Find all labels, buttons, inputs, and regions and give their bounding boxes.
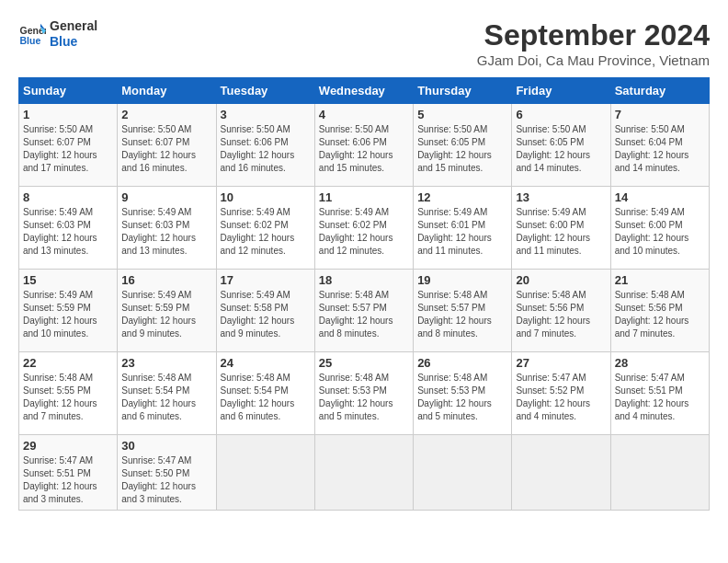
calendar-cell xyxy=(216,435,314,511)
day-info: Sunrise: 5:49 AM Sunset: 6:00 PM Dayligh… xyxy=(615,206,705,258)
day-number: 27 xyxy=(516,356,606,370)
day-number: 18 xyxy=(319,273,409,287)
calendar-cell: 16 Sunrise: 5:49 AM Sunset: 5:59 PM Dayl… xyxy=(118,270,216,352)
day-of-week-header: Thursday xyxy=(414,78,512,104)
calendar-cell: 27 Sunrise: 5:47 AM Sunset: 5:52 PM Dayl… xyxy=(512,352,610,435)
calendar-cell xyxy=(610,435,709,511)
logo-icon: General Blue xyxy=(18,20,46,48)
day-number: 15 xyxy=(23,273,113,287)
day-info: Sunrise: 5:50 AM Sunset: 6:04 PM Dayligh… xyxy=(615,123,705,175)
calendar-cell: 25 Sunrise: 5:48 AM Sunset: 5:53 PM Dayl… xyxy=(314,352,413,435)
calendar-cell: 17 Sunrise: 5:49 AM Sunset: 5:58 PM Dayl… xyxy=(216,270,314,352)
calendar-cell: 26 Sunrise: 5:48 AM Sunset: 5:53 PM Dayl… xyxy=(414,352,512,435)
day-number: 21 xyxy=(615,273,705,287)
calendar-cell: 14 Sunrise: 5:49 AM Sunset: 6:00 PM Dayl… xyxy=(610,187,709,270)
day-number: 19 xyxy=(417,273,507,287)
day-info: Sunrise: 5:47 AM Sunset: 5:51 PM Dayligh… xyxy=(23,454,113,506)
day-info: Sunrise: 5:47 AM Sunset: 5:51 PM Dayligh… xyxy=(615,372,705,423)
calendar-header-row: SundayMondayTuesdayWednesdayThursdayFrid… xyxy=(19,78,710,104)
day-number: 25 xyxy=(319,356,409,370)
calendar-cell: 9 Sunrise: 5:49 AM Sunset: 6:03 PM Dayli… xyxy=(118,187,216,270)
calendar-cell: 8 Sunrise: 5:49 AM Sunset: 6:03 PM Dayli… xyxy=(19,187,118,270)
day-number: 7 xyxy=(615,108,705,121)
day-number: 26 xyxy=(417,356,507,370)
day-number: 13 xyxy=(516,190,606,204)
title-block: September 2024 GJam Doi, Ca Mau Province… xyxy=(477,18,710,68)
day-number: 24 xyxy=(221,356,311,370)
svg-text:Blue: Blue xyxy=(20,34,41,45)
day-info: Sunrise: 5:50 AM Sunset: 6:06 PM Dayligh… xyxy=(319,123,409,175)
day-number: 17 xyxy=(221,273,311,287)
calendar-cell: 21 Sunrise: 5:48 AM Sunset: 5:56 PM Dayl… xyxy=(610,270,709,352)
day-info: Sunrise: 5:48 AM Sunset: 5:55 PM Dayligh… xyxy=(23,372,113,423)
day-number: 23 xyxy=(121,356,211,370)
day-of-week-header: Wednesday xyxy=(314,78,413,104)
day-number: 6 xyxy=(516,108,606,121)
calendar-cell: 5 Sunrise: 5:50 AM Sunset: 6:05 PM Dayli… xyxy=(414,104,512,187)
day-info: Sunrise: 5:48 AM Sunset: 5:54 PM Dayligh… xyxy=(221,372,311,423)
day-info: Sunrise: 5:49 AM Sunset: 5:59 PM Dayligh… xyxy=(23,289,113,340)
calendar-cell: 28 Sunrise: 5:47 AM Sunset: 5:51 PM Dayl… xyxy=(610,352,709,435)
day-number: 14 xyxy=(615,190,705,204)
calendar-cell: 4 Sunrise: 5:50 AM Sunset: 6:06 PM Dayli… xyxy=(314,104,413,187)
calendar-cell: 1 Sunrise: 5:50 AM Sunset: 6:07 PM Dayli… xyxy=(19,104,118,187)
day-number: 5 xyxy=(417,108,507,121)
calendar-cell: 23 Sunrise: 5:48 AM Sunset: 5:54 PM Dayl… xyxy=(118,352,216,435)
day-of-week-header: Saturday xyxy=(610,78,709,104)
day-info: Sunrise: 5:49 AM Sunset: 6:02 PM Dayligh… xyxy=(319,206,409,258)
day-info: Sunrise: 5:50 AM Sunset: 6:05 PM Dayligh… xyxy=(417,123,507,175)
day-info: Sunrise: 5:48 AM Sunset: 5:56 PM Dayligh… xyxy=(615,289,705,340)
day-info: Sunrise: 5:49 AM Sunset: 6:00 PM Dayligh… xyxy=(516,206,606,258)
day-number: 22 xyxy=(23,356,113,370)
day-number: 29 xyxy=(23,439,113,453)
day-number: 30 xyxy=(121,439,211,453)
day-number: 28 xyxy=(615,356,705,370)
day-of-week-header: Monday xyxy=(118,78,216,104)
calendar-cell: 20 Sunrise: 5:48 AM Sunset: 5:56 PM Dayl… xyxy=(512,270,610,352)
day-of-week-header: Friday xyxy=(512,78,610,104)
calendar-cell: 22 Sunrise: 5:48 AM Sunset: 5:55 PM Dayl… xyxy=(19,352,118,435)
day-number: 1 xyxy=(23,108,113,121)
calendar-cell: 10 Sunrise: 5:49 AM Sunset: 6:02 PM Dayl… xyxy=(216,187,314,270)
day-of-week-header: Tuesday xyxy=(216,78,314,104)
day-info: Sunrise: 5:48 AM Sunset: 5:57 PM Dayligh… xyxy=(417,289,507,340)
day-number: 16 xyxy=(121,273,211,287)
calendar-cell xyxy=(314,435,413,511)
day-info: Sunrise: 5:47 AM Sunset: 5:52 PM Dayligh… xyxy=(516,372,606,423)
logo: General Blue General Blue xyxy=(18,18,97,50)
day-of-week-header: Sunday xyxy=(19,78,118,104)
day-info: Sunrise: 5:49 AM Sunset: 6:03 PM Dayligh… xyxy=(23,206,113,258)
day-number: 11 xyxy=(319,190,409,204)
day-info: Sunrise: 5:49 AM Sunset: 5:58 PM Dayligh… xyxy=(221,289,311,340)
day-info: Sunrise: 5:49 AM Sunset: 5:59 PM Dayligh… xyxy=(121,289,211,340)
day-info: Sunrise: 5:50 AM Sunset: 6:07 PM Dayligh… xyxy=(23,123,113,175)
day-info: Sunrise: 5:50 AM Sunset: 6:06 PM Dayligh… xyxy=(221,123,311,175)
day-info: Sunrise: 5:48 AM Sunset: 5:53 PM Dayligh… xyxy=(417,372,507,423)
logo-text-blue: Blue xyxy=(50,34,97,50)
day-number: 10 xyxy=(221,190,311,204)
month-title: September 2024 xyxy=(477,18,710,52)
day-info: Sunrise: 5:49 AM Sunset: 6:03 PM Dayligh… xyxy=(121,206,211,258)
day-info: Sunrise: 5:49 AM Sunset: 6:02 PM Dayligh… xyxy=(221,206,311,258)
day-number: 4 xyxy=(319,108,409,121)
day-info: Sunrise: 5:50 AM Sunset: 6:05 PM Dayligh… xyxy=(516,123,606,175)
calendar-cell: 2 Sunrise: 5:50 AM Sunset: 6:07 PM Dayli… xyxy=(118,104,216,187)
location: GJam Doi, Ca Mau Province, Vietnam xyxy=(477,52,710,68)
calendar-cell: 7 Sunrise: 5:50 AM Sunset: 6:04 PM Dayli… xyxy=(610,104,709,187)
calendar: SundayMondayTuesdayWednesdayThursdayFrid… xyxy=(18,77,710,511)
day-info: Sunrise: 5:48 AM Sunset: 5:54 PM Dayligh… xyxy=(121,372,211,423)
day-number: 8 xyxy=(23,190,113,204)
calendar-cell xyxy=(512,435,610,511)
calendar-cell: 15 Sunrise: 5:49 AM Sunset: 5:59 PM Dayl… xyxy=(19,270,118,352)
day-info: Sunrise: 5:47 AM Sunset: 5:50 PM Dayligh… xyxy=(121,454,211,506)
day-number: 12 xyxy=(417,190,507,204)
calendar-cell: 6 Sunrise: 5:50 AM Sunset: 6:05 PM Dayli… xyxy=(512,104,610,187)
calendar-cell: 29 Sunrise: 5:47 AM Sunset: 5:51 PM Dayl… xyxy=(19,435,118,511)
day-info: Sunrise: 5:48 AM Sunset: 5:56 PM Dayligh… xyxy=(516,289,606,340)
calendar-cell xyxy=(414,435,512,511)
calendar-cell: 24 Sunrise: 5:48 AM Sunset: 5:54 PM Dayl… xyxy=(216,352,314,435)
page-header: General Blue General Blue September 2024… xyxy=(18,18,710,68)
calendar-cell: 19 Sunrise: 5:48 AM Sunset: 5:57 PM Dayl… xyxy=(414,270,512,352)
calendar-cell: 18 Sunrise: 5:48 AM Sunset: 5:57 PM Dayl… xyxy=(314,270,413,352)
calendar-cell: 30 Sunrise: 5:47 AM Sunset: 5:50 PM Dayl… xyxy=(118,435,216,511)
